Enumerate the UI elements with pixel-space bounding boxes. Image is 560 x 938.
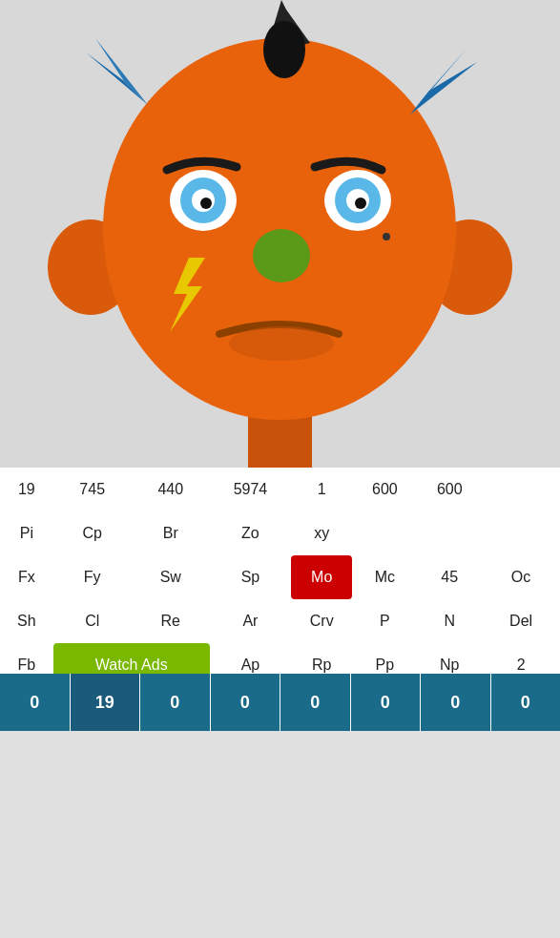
cell-mc: Mc (352, 555, 417, 599)
cell-fx: Fx (0, 555, 53, 599)
cell-5974: 5974 (210, 468, 291, 511)
table-row: Fx Fy Sw Sp Mo Mc 45 Oc (0, 555, 560, 599)
character-display (0, 0, 560, 468)
cell-sh: Sh (0, 599, 53, 643)
grid-area: 19 745 440 5974 1 600 600 Pi Cp Br Zo xy… (0, 468, 560, 731)
cell-del: Del (482, 599, 560, 643)
cell-cp: Cp (53, 511, 132, 555)
svg-point-20 (383, 233, 390, 240)
cell-xy: xy (291, 511, 352, 555)
svg-point-17 (200, 198, 212, 209)
bottom-cell-2: 0 (140, 674, 211, 731)
svg-point-18 (355, 198, 366, 209)
cell-19: 19 (0, 468, 53, 511)
cell-zo: Zo (210, 511, 291, 555)
cell-pi: Pi (0, 511, 53, 555)
cell-empty1 (352, 511, 417, 555)
table-row: 19 745 440 5974 1 600 600 (0, 468, 560, 511)
bottom-cell-4: 0 (280, 674, 351, 731)
cell-crv: Crv (291, 599, 352, 643)
cell-ar: Ar (210, 599, 291, 643)
svg-point-19 (253, 229, 310, 282)
bottom-stats-bar: 0 19 0 0 0 0 0 0 (0, 674, 560, 731)
bottom-cell-7: 0 (491, 674, 561, 731)
cell-45: 45 (417, 555, 482, 599)
cell-440: 440 (132, 468, 210, 511)
character-svg (0, 0, 560, 468)
cell-fy: Fy (53, 555, 132, 599)
cell-oc: Oc (482, 555, 560, 599)
cell-1: 1 (291, 468, 352, 511)
bottom-cell-5: 0 (351, 674, 422, 731)
cell-600a: 600 (352, 468, 417, 511)
svg-point-22 (229, 326, 334, 361)
bottom-cell-6: 0 (421, 674, 491, 731)
cell-p: P (352, 599, 417, 643)
cell-600b: 600 (417, 468, 482, 511)
cell-mo[interactable]: Mo (291, 555, 352, 599)
cell-sp: Sp (210, 555, 291, 599)
table-row: Sh Cl Re Ar Crv P N Del (0, 599, 560, 643)
cell-745: 745 (53, 468, 132, 511)
cell-br: Br (132, 511, 210, 555)
cell-re: Re (132, 599, 210, 643)
bottom-cell-3: 0 (211, 674, 281, 731)
table-row: Pi Cp Br Zo xy (0, 511, 560, 555)
cell-n: N (417, 599, 482, 643)
bottom-cell-19: 19 (71, 674, 141, 731)
svg-point-6 (263, 21, 305, 78)
svg-point-4 (103, 38, 456, 420)
cell-cl: Cl (53, 599, 132, 643)
bottom-cell-0: 0 (0, 674, 71, 731)
cell-sw: Sw (132, 555, 210, 599)
cell-empty2 (417, 511, 482, 555)
